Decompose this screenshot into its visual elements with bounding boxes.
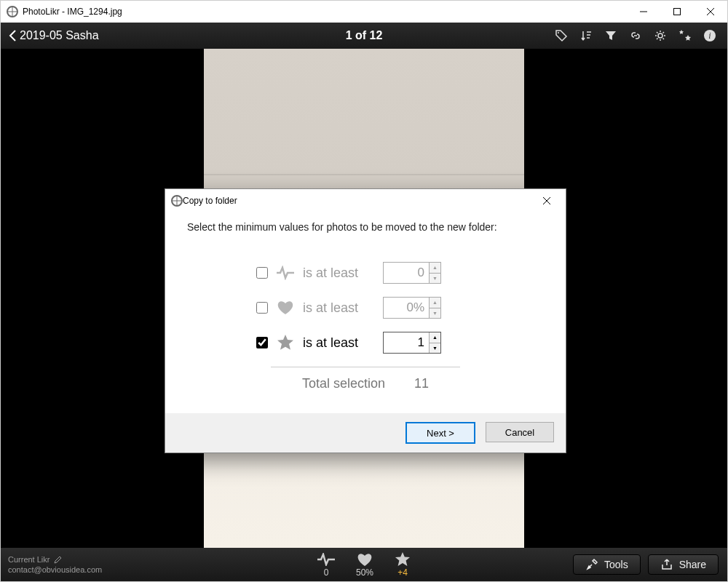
next-button[interactable]: Next > [405,422,475,444]
criterion-star-value: 1 [384,335,429,350]
heart-icon [356,551,373,567]
chevron-left-icon [8,29,17,42]
dialog-title: Copy to folder [183,196,237,206]
spinner-down-icon[interactable]: ▼ [429,308,440,319]
app-icon [7,6,18,17]
criterion-star-checkbox[interactable] [256,337,268,348]
link-icon[interactable] [628,28,643,43]
dialog-titlebar: Copy to folder [165,189,566,212]
photo-viewer: Copy to folder Select the minimum values… [1,49,727,548]
svg-text:i: i [708,31,711,41]
star-icon [394,551,411,567]
edit-icon[interactable] [54,556,62,564]
gear-icon[interactable] [653,28,668,43]
criterion-pulse-spinner[interactable]: 0 ▲▼ [383,262,441,284]
criterion-star-spinner[interactable]: 1 ▲▼ [383,332,441,354]
spinner-down-icon[interactable]: ▼ [429,343,440,354]
criterion-heart-label: is at least [303,300,376,316]
bottom-bar: Current Likr contact@obviousidea.com 0 5… [1,548,727,581]
divider [271,367,460,367]
criterion-pulse-value: 0 [384,266,429,280]
app-icon [171,195,183,207]
copy-to-folder-dialog: Copy to folder Select the minimum values… [165,188,566,453]
criterion-star: is at least 1 ▲▼ [256,332,475,354]
metric-heart[interactable]: 50% [356,551,373,578]
spinner-down-icon[interactable]: ▼ [429,274,440,284]
close-button[interactable] [694,1,727,23]
criterion-heart-value: 0% [384,300,429,315]
criterion-star-label: is at least [303,335,376,351]
dialog-instruction: Select the minimum values for photos to … [187,221,544,233]
metric-pulse-value: 0 [324,567,329,578]
cancel-button[interactable]: Cancel [486,422,554,442]
window-title: PhotoLikr - IMG_1294.jpg [23,7,122,17]
criterion-pulse-checkbox[interactable] [256,267,268,279]
share-button-label: Share [679,559,706,570]
total-selection-value: 11 [414,376,429,391]
criterion-heart-checkbox[interactable] [256,302,268,314]
metric-star-value: +4 [397,567,408,578]
tools-icon [585,558,598,571]
maximize-button[interactable] [660,1,694,23]
metric-heart-value: 50% [356,567,373,578]
next-button-label: Next > [427,428,454,439]
current-likr-label: Current Likr [8,555,50,564]
spinner-up-icon[interactable]: ▲ [429,263,440,274]
spinner-up-icon[interactable]: ▲ [429,332,440,343]
sort-icon[interactable] [579,28,593,43]
back-label: 2019-05 Sasha [20,29,99,42]
tools-button[interactable]: Tools [573,554,641,575]
total-selection-label: Total selection [302,376,385,391]
spinner-up-icon[interactable]: ▲ [429,298,440,308]
tools-button-label: Tools [604,559,628,570]
back-button[interactable]: 2019-05 Sasha [1,23,106,49]
heart-icon [275,300,296,316]
cancel-button-label: Cancel [505,427,534,438]
stars-icon[interactable] [678,28,692,43]
pulse-icon [317,551,336,567]
tag-icon[interactable] [554,28,569,43]
svg-point-6 [658,33,662,38]
metric-pulse[interactable]: 0 [317,551,336,578]
dialog-close-button[interactable] [532,191,561,211]
criterion-heart: is at least 0% ▲▼ [256,297,475,319]
info-icon[interactable]: i [703,28,717,43]
window-titlebar: PhotoLikr - IMG_1294.jpg [1,1,727,23]
svg-rect-2 [674,9,681,15]
minimize-button[interactable] [627,1,660,23]
top-toolbar: 2019-05 Sasha 1 of 12 i [1,23,727,49]
share-icon [660,558,673,571]
criterion-pulse-label: is at least [303,266,376,281]
photo-counter: 1 of 12 [346,29,383,42]
star-icon [275,334,296,351]
metric-star[interactable]: +4 [394,551,411,578]
criterion-pulse: is at least 0 ▲▼ [256,262,475,284]
filter-icon[interactable] [604,28,618,43]
contact-email[interactable]: contact@obviousidea.com [8,565,102,574]
svg-point-5 [558,32,559,33]
pulse-icon [275,266,296,280]
criterion-heart-spinner[interactable]: 0% ▲▼ [383,297,441,319]
share-button[interactable]: Share [648,554,719,575]
